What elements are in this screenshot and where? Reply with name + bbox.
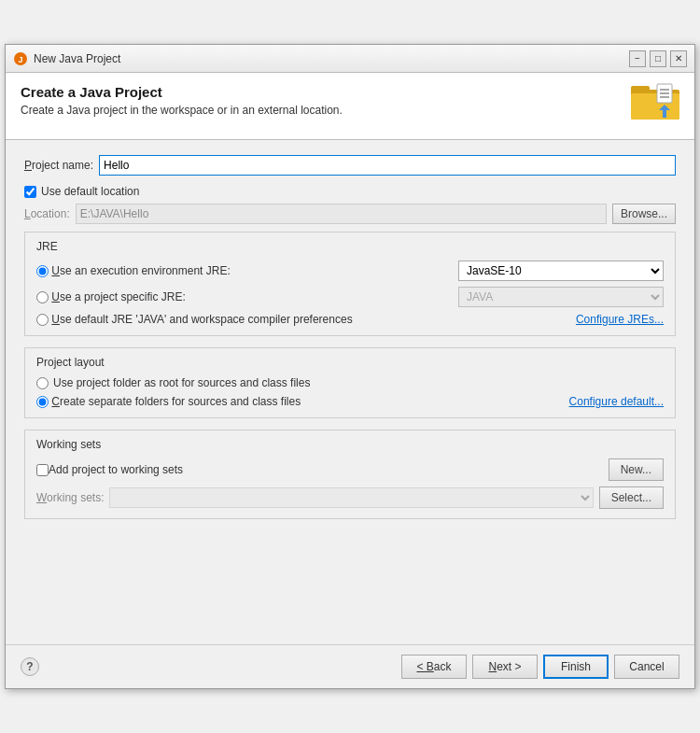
jre-option2-radio[interactable] [36, 291, 49, 303]
jre-environment-select[interactable]: JavaSE-10 JavaSE-11 JavaSE-8 [458, 261, 664, 281]
location-label: Location: [24, 207, 70, 220]
dialog-content: Create a Java Project Create a Java proj… [6, 73, 694, 644]
jre-option1-row: Use an execution environment JRE: JavaSE… [36, 261, 664, 281]
jre-option2-row: Use a project specific JRE: JAVA [36, 287, 664, 307]
add-to-working-sets-label[interactable]: Add project to working sets [49, 463, 183, 476]
layout-option1-radio[interactable] [36, 377, 49, 389]
jre-specific-select[interactable]: JAVA [458, 287, 664, 307]
project-layout-section: Project layout Use project folder as roo… [24, 347, 676, 418]
page-subtitle: Create a Java project in the workspace o… [21, 104, 620, 117]
minimize-button[interactable]: − [629, 50, 646, 67]
title-bar-controls: − □ ✕ [629, 50, 687, 67]
page-title: Create a Java Project [21, 84, 620, 100]
working-sets-title: Working sets [36, 438, 664, 451]
jre-option1-label: Use an execution environment JRE: [49, 264, 231, 277]
jre-option1-radio[interactable] [36, 265, 49, 277]
close-button[interactable]: ✕ [670, 50, 687, 67]
maximize-button[interactable]: □ [650, 50, 666, 67]
empty-space [24, 530, 676, 633]
working-sets-section: Working sets Add project to working sets… [24, 430, 676, 519]
help-button[interactable]: ? [21, 657, 39, 676]
use-default-location-label[interactable]: Use default location [41, 185, 139, 198]
cancel-button[interactable]: Cancel [614, 655, 679, 679]
wizard-folder-icon [629, 80, 685, 127]
layout-option2-label: Create separate folders for sources and … [49, 395, 569, 408]
new-java-project-dialog: J New Java Project − □ ✕ Create a Java P… [5, 44, 695, 689]
bottom-bar: ? < Back Next > Finish Cancel [6, 644, 694, 688]
jre-option3-radio[interactable] [36, 314, 49, 326]
use-default-location-checkbox[interactable] [24, 186, 36, 198]
project-name-input[interactable] [99, 155, 676, 176]
bottom-buttons: < Back Next > Finish Cancel [401, 655, 679, 679]
new-working-set-button[interactable]: New... [609, 458, 664, 481]
header-section: Create a Java Project Create a Java proj… [6, 73, 694, 140]
jre-section: JRE Use an execution environment JRE: Ja… [24, 232, 676, 336]
project-name-row: Project name: [24, 155, 676, 176]
working-sets-input-row: Working sets: Select... [36, 486, 664, 509]
layout-option2-row: Create separate folders for sources and … [36, 395, 664, 408]
browse-button[interactable]: Browse... [612, 204, 676, 224]
next-button[interactable]: Next > [472, 655, 538, 679]
layout-option2-radio[interactable] [36, 396, 49, 408]
finish-button[interactable]: Finish [543, 655, 609, 679]
use-default-location-row: Use default location [24, 185, 676, 198]
jre-option3-label: Use default JRE 'JAVA' and workspace com… [49, 313, 576, 326]
working-sets-select[interactable] [109, 487, 593, 508]
back-button[interactable]: < Back [401, 655, 467, 679]
add-to-working-sets-checkbox[interactable] [36, 464, 49, 476]
jre-section-title: JRE [36, 240, 664, 253]
layout-section-title: Project layout [36, 356, 664, 369]
layout-option1-label: Use project folder as root for sources a… [53, 376, 310, 389]
svg-rect-3 [631, 86, 650, 93]
jre-option3-row: Use default JRE 'JAVA' and workspace com… [36, 313, 664, 326]
svg-text:J: J [18, 55, 22, 64]
working-sets-label: Working sets: [36, 491, 104, 504]
title-bar: J New Java Project − □ ✕ [6, 45, 694, 73]
jre-option2-label: Use a project specific JRE: [49, 290, 186, 303]
project-name-label: Project name: [24, 159, 93, 172]
title-bar-title: New Java Project [34, 52, 629, 65]
location-row: Location: Browse... [24, 204, 676, 224]
working-sets-checkbox-row: Add project to working sets New... [36, 458, 664, 481]
configure-default-link[interactable]: Configure default... [569, 395, 664, 408]
configure-jres-link[interactable]: Configure JREs... [576, 313, 664, 326]
select-working-set-button[interactable]: Select... [599, 486, 664, 509]
layout-option1-row: Use project folder as root for sources a… [36, 376, 664, 389]
title-bar-icon: J [13, 51, 28, 66]
location-input [76, 204, 607, 224]
